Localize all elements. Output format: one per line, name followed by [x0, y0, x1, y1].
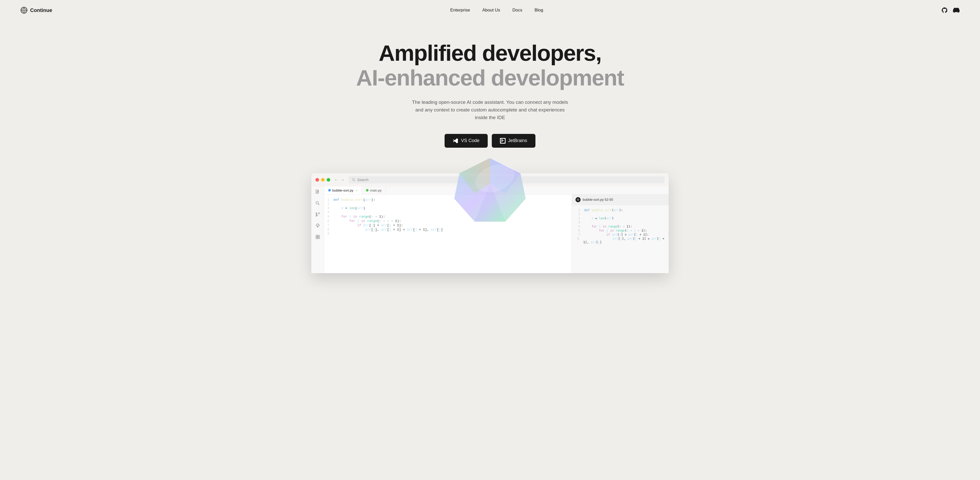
- svg-point-38: [578, 199, 578, 200]
- svg-rect-36: [318, 237, 320, 239]
- jetbrains-button-label: JetBrains: [508, 138, 527, 143]
- tab-main-label: main.py: [370, 189, 382, 192]
- svg-point-29: [318, 213, 320, 214]
- code-editor[interactable]: 1 def bubble_sort(arr): 2 3 n = len(arr): [324, 195, 572, 273]
- ide-sidebar: [311, 187, 324, 273]
- chat-code-line-6: 6 for j in range(n - i - 1):: [575, 228, 666, 233]
- vscode-button[interactable]: VS Code: [445, 134, 487, 148]
- search-sidebar-icon[interactable]: [315, 201, 320, 206]
- code-line-6: 6 for j in range(n - i - 1):: [324, 219, 572, 223]
- forward-arrow[interactable]: →: [340, 177, 345, 182]
- window-minimize-dot[interactable]: [321, 178, 325, 182]
- chat-file-label: bubble-sort.py 52-55: [583, 198, 613, 201]
- chat-code-line-1: 1 def bubble_sort(arr):: [575, 208, 666, 212]
- svg-rect-33: [316, 235, 318, 237]
- python-icon: [328, 189, 331, 192]
- chat-code-line-7: 7 if arr[j] > arr[j + 1]:: [575, 233, 666, 237]
- chat-code-line-4: 4: [575, 220, 666, 225]
- svg-rect-9: [501, 140, 504, 141]
- nav-about-us[interactable]: About Us: [482, 8, 500, 13]
- ide-area: ← → Search: [0, 173, 980, 273]
- back-arrow[interactable]: ←: [334, 177, 339, 182]
- window-maximize-dot[interactable]: [327, 178, 330, 182]
- extensions-icon[interactable]: [315, 234, 320, 239]
- svg-rect-23: [317, 191, 318, 191]
- svg-point-30: [316, 215, 317, 216]
- hero-section: Amplified developers, AI-enhanced develo…: [0, 21, 980, 173]
- hero-title-line2: AI-enhanced development: [5, 65, 975, 90]
- nav-docs[interactable]: Docs: [512, 8, 522, 13]
- hero-subtitle: The leading open-source AI code assistan…: [408, 98, 572, 122]
- svg-line-21: [354, 180, 355, 181]
- nav-social-icons: [941, 7, 959, 14]
- github-icon[interactable]: [941, 7, 948, 14]
- search-placeholder: Search: [357, 178, 369, 182]
- ide-tabs: bubble-sort.py × main.py: [324, 187, 669, 195]
- ide-titlebar: ← → Search: [311, 173, 669, 187]
- svg-rect-34: [318, 235, 320, 237]
- svg-rect-35: [316, 237, 318, 239]
- address-bar[interactable]: Search: [348, 176, 665, 184]
- code-line-3: 3 n = len(arr): [324, 206, 572, 211]
- logo-text: Continue: [30, 7, 52, 13]
- logo[interactable]: Continue: [21, 6, 52, 14]
- nav-blog[interactable]: Blog: [535, 8, 543, 13]
- svg-point-26: [316, 201, 318, 204]
- svg-rect-24: [317, 192, 318, 192]
- source-control-icon[interactable]: [315, 212, 320, 217]
- code-line-5: 5 for i in range(n - 1):: [324, 214, 572, 219]
- logo-icon: [21, 6, 27, 14]
- svg-line-27: [318, 204, 320, 205]
- ide-window: ← → Search: [311, 173, 669, 273]
- svg-rect-25: [317, 192, 318, 193]
- svg-point-28: [316, 213, 317, 214]
- nav-links: Enterprise About Us Docs Blog: [450, 8, 543, 13]
- svg-rect-11: [501, 141, 502, 142]
- vscode-icon: [453, 138, 458, 144]
- svg-rect-8: [501, 139, 503, 140]
- hero-title-line1: Amplified developers,: [5, 41, 975, 65]
- chat-panel-header: bubble-sort.py 52-55: [572, 195, 669, 205]
- window-close-dot[interactable]: [315, 178, 319, 182]
- svg-point-2: [24, 10, 25, 11]
- discord-icon[interactable]: [953, 7, 959, 14]
- code-line-9: 9: [324, 232, 572, 236]
- code-line-4: 4: [324, 211, 572, 214]
- svg-point-20: [352, 179, 355, 181]
- chat-code-line-5: 5 for i in range(n - 1):: [575, 225, 666, 228]
- jetbrains-icon: [500, 138, 506, 144]
- jetbrains-button[interactable]: JetBrains: [492, 134, 535, 148]
- search-icon: [352, 178, 355, 181]
- vscode-button-label: VS Code: [461, 138, 479, 143]
- browser-nav-arrows: ← →: [334, 177, 345, 182]
- files-icon[interactable]: [315, 190, 320, 195]
- tab-bubble-sort[interactable]: bubble-sort.py ×: [324, 187, 362, 194]
- code-line-1: 1 def bubble_sort(arr):: [324, 198, 572, 202]
- ide-main-area: bubble-sort.py × main.py 1 def bubble_s: [324, 187, 669, 273]
- ide-body: bubble-sort.py × main.py 1 def bubble_s: [311, 187, 669, 273]
- tab-bubble-sort-label: bubble-sort.py: [332, 189, 353, 192]
- tab-close-icon[interactable]: ×: [356, 189, 357, 192]
- nav-enterprise[interactable]: Enterprise: [450, 8, 470, 13]
- python-icon-green: [366, 189, 369, 192]
- chat-panel: bubble-sort.py 52-55 1 def bubble_sort(a…: [572, 195, 669, 273]
- chat-code-line-8: 8 arr[j], arr[j + 1] = arr[j + 1], arr[j…: [575, 237, 666, 244]
- code-line-8: 8 arr[j], arr[j + 1] = arr[j + 1], arr[j…: [324, 228, 572, 232]
- navbar: Continue Enterprise About Us Docs Blog: [0, 0, 980, 21]
- ide-code-content: 1 def bubble_sort(arr): 2 3 n = len(arr): [324, 195, 669, 273]
- chat-code-display: 1 def bubble_sort(arr): 2 3 n = len(arr): [572, 205, 669, 273]
- debug-icon[interactable]: [315, 223, 320, 228]
- chat-code-line-2: 2: [575, 212, 666, 216]
- chat-code-line-3: 3 n = len(arr): [575, 216, 666, 220]
- tab-main[interactable]: main.py: [362, 187, 386, 194]
- window-traffic-lights: [315, 178, 330, 182]
- hero-buttons: VS Code JetBrains: [5, 134, 975, 148]
- svg-rect-10: [501, 141, 503, 141]
- continue-chat-icon: [576, 197, 581, 202]
- code-line-2: 2: [324, 202, 572, 206]
- code-line-7: 7 if arr[j] > arr[j + 1]:: [324, 223, 572, 228]
